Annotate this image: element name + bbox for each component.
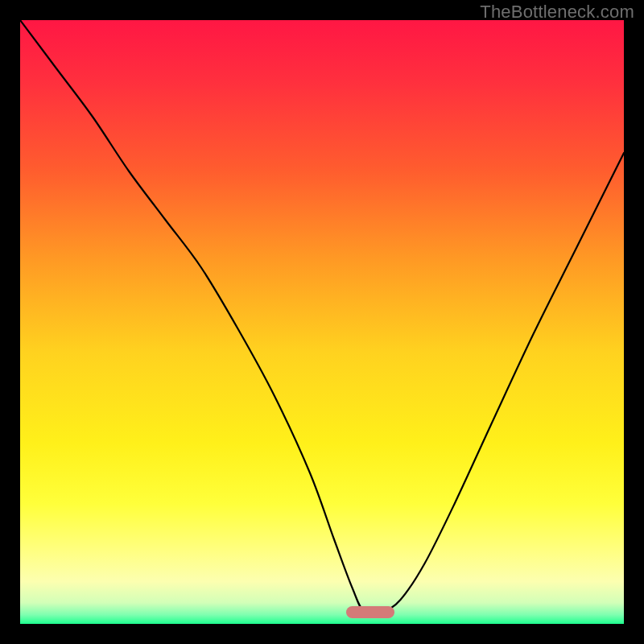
- chart-stage: TheBottleneck.com: [0, 0, 644, 644]
- bottleneck-curve: [20, 20, 624, 624]
- plot-area: [20, 20, 624, 624]
- optimal-zone-marker: [346, 606, 394, 618]
